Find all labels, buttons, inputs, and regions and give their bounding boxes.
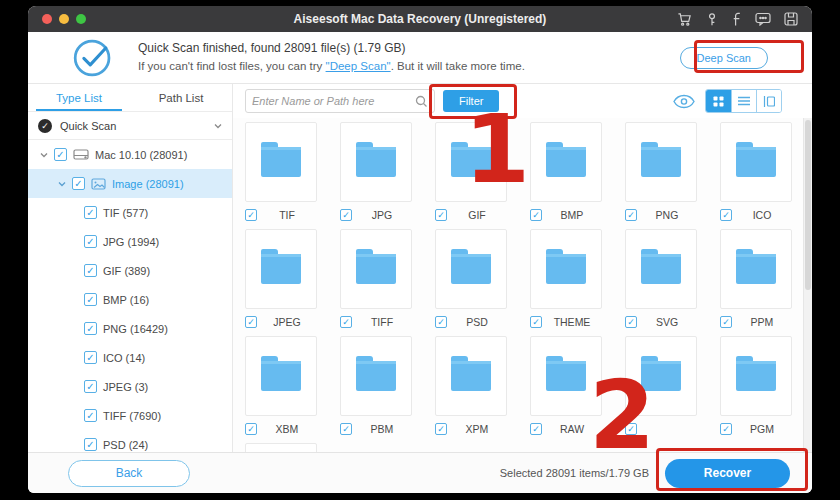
scrollbar[interactable] bbox=[803, 118, 812, 452]
toolbar: Filter bbox=[233, 84, 812, 118]
folder-icon bbox=[546, 361, 586, 391]
grid-view-button[interactable] bbox=[706, 90, 731, 112]
folder-label: PGM bbox=[732, 423, 792, 435]
tree-item-type[interactable]: JPEG (3) bbox=[28, 372, 232, 401]
tree-item-label: ICO (14) bbox=[103, 352, 145, 364]
filter-button[interactable]: Filter bbox=[443, 90, 499, 112]
back-button[interactable]: Back bbox=[68, 460, 190, 487]
folder-card[interactable] bbox=[530, 229, 602, 309]
tree-item-label: PSD (24) bbox=[103, 439, 148, 451]
checkbox[interactable] bbox=[720, 316, 732, 328]
folder-card[interactable] bbox=[245, 122, 317, 202]
folder-card[interactable] bbox=[530, 122, 602, 202]
tree-item-image-group[interactable]: Image (28091) bbox=[28, 169, 232, 198]
checkbox[interactable] bbox=[625, 316, 637, 328]
search-icon[interactable] bbox=[415, 95, 428, 108]
folder-card[interactable] bbox=[720, 122, 792, 202]
tree-item-type[interactable]: TIFF (7690) bbox=[28, 401, 232, 430]
search-input[interactable] bbox=[252, 95, 415, 107]
folder-card[interactable] bbox=[435, 229, 507, 309]
checkbox[interactable] bbox=[245, 423, 257, 435]
grid-cell: PBM bbox=[340, 336, 412, 436]
folder-card[interactable] bbox=[245, 229, 317, 309]
deep-scan-button[interactable]: Deep Scan bbox=[680, 47, 768, 69]
save-disk-icon[interactable] bbox=[784, 12, 798, 26]
checkbox[interactable] bbox=[625, 423, 637, 435]
folder-label: PBM bbox=[352, 423, 412, 435]
tab-path-list[interactable]: Path List bbox=[130, 84, 232, 111]
close-window-button[interactable] bbox=[42, 14, 52, 24]
folder-card[interactable] bbox=[625, 122, 697, 202]
folder-card[interactable] bbox=[340, 122, 412, 202]
checkbox[interactable] bbox=[435, 209, 447, 221]
tree-item-type[interactable]: TIF (577) bbox=[28, 198, 232, 227]
checkbox[interactable] bbox=[84, 293, 97, 306]
tree-item-type[interactable]: BMP (16) bbox=[28, 285, 232, 314]
recover-button[interactable]: Recover bbox=[665, 459, 790, 488]
scan-hint-text: If you can't find lost files, you can tr… bbox=[138, 58, 525, 76]
folder-label: TIF bbox=[257, 209, 317, 221]
checkbox[interactable] bbox=[340, 209, 352, 221]
tab-type-list[interactable]: Type List bbox=[28, 84, 130, 111]
folder-card[interactable] bbox=[245, 443, 317, 452]
tree-item-type[interactable]: PSD (24) bbox=[28, 430, 232, 452]
checkbox[interactable] bbox=[625, 209, 637, 221]
folder-card[interactable] bbox=[340, 336, 412, 416]
folder-card[interactable] bbox=[530, 336, 602, 416]
deep-scan-link[interactable]: "Deep Scan" bbox=[326, 60, 391, 72]
checkbox[interactable] bbox=[435, 316, 447, 328]
tree-item-label: PNG (16429) bbox=[103, 323, 168, 335]
checkbox[interactable] bbox=[84, 409, 97, 422]
facebook-icon[interactable] bbox=[732, 12, 742, 27]
checkbox[interactable] bbox=[84, 264, 97, 277]
zoom-window-button[interactable] bbox=[76, 14, 86, 24]
checkbox[interactable] bbox=[435, 423, 447, 435]
tree-item-type[interactable]: GIF (389) bbox=[28, 256, 232, 285]
checkbox[interactable] bbox=[720, 209, 732, 221]
checkbox[interactable] bbox=[245, 316, 257, 328]
checkbox[interactable] bbox=[54, 148, 67, 161]
tree-item-type[interactable]: ICO (14) bbox=[28, 343, 232, 372]
folder-card[interactable] bbox=[435, 336, 507, 416]
folder-card[interactable] bbox=[720, 229, 792, 309]
checkbox[interactable] bbox=[84, 206, 97, 219]
folder-card[interactable] bbox=[245, 336, 317, 416]
checkbox[interactable] bbox=[84, 322, 97, 335]
scan-mode-dropdown[interactable]: ✓ Quick Scan bbox=[28, 112, 232, 140]
scrollbar-thumb[interactable] bbox=[805, 120, 811, 290]
checkbox[interactable] bbox=[530, 316, 542, 328]
tree-item-type[interactable]: PNG (16429) bbox=[28, 314, 232, 343]
checkbox[interactable] bbox=[720, 423, 732, 435]
preview-eye-icon[interactable] bbox=[673, 94, 695, 109]
list-view-button[interactable] bbox=[731, 90, 756, 112]
cart-icon[interactable] bbox=[677, 12, 692, 27]
chevron-down-icon[interactable] bbox=[58, 180, 66, 188]
checkbox[interactable] bbox=[84, 438, 97, 451]
folder-card[interactable] bbox=[340, 229, 412, 309]
tree-item-label: BMP (16) bbox=[103, 294, 149, 306]
folder-card[interactable] bbox=[435, 122, 507, 202]
checkbox[interactable] bbox=[84, 235, 97, 248]
checkbox[interactable] bbox=[84, 351, 97, 364]
chevron-down-icon[interactable] bbox=[40, 151, 48, 159]
checkbox[interactable] bbox=[245, 209, 257, 221]
tree-item-drive[interactable]: Mac 10.10 (28091) bbox=[28, 140, 232, 169]
minimize-window-button[interactable] bbox=[59, 14, 69, 24]
checkbox[interactable] bbox=[72, 177, 85, 190]
tree-item-type[interactable]: JPG (1994) bbox=[28, 227, 232, 256]
folder-icon bbox=[261, 361, 301, 391]
folder-card[interactable] bbox=[625, 336, 697, 416]
grid-cell: JPEG bbox=[245, 229, 317, 329]
folder-card[interactable] bbox=[720, 336, 792, 416]
folder-label: RAW bbox=[542, 423, 602, 435]
feedback-icon[interactable] bbox=[755, 12, 771, 26]
checkbox[interactable] bbox=[340, 423, 352, 435]
search-box[interactable] bbox=[245, 89, 435, 113]
register-key-icon[interactable] bbox=[705, 12, 719, 27]
checkbox[interactable] bbox=[530, 209, 542, 221]
checkbox[interactable] bbox=[340, 316, 352, 328]
folder-card[interactable] bbox=[625, 229, 697, 309]
column-view-button[interactable] bbox=[756, 90, 781, 112]
checkbox[interactable] bbox=[84, 380, 97, 393]
checkbox[interactable] bbox=[530, 423, 542, 435]
